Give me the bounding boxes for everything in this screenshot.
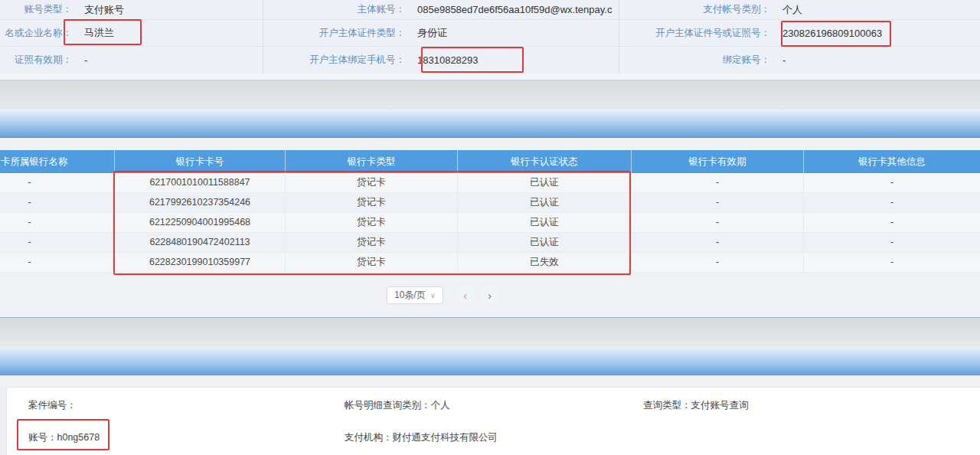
form-label-cert-validity: 证照有效期： xyxy=(0,47,77,74)
form-value-bound-phone: 18310828293 xyxy=(410,47,619,74)
table-cell: - xyxy=(632,253,804,272)
case-number-field: 案件编号： xyxy=(28,399,77,412)
table-cell: - xyxy=(632,173,804,192)
table-cell: 贷记卡 xyxy=(286,253,458,272)
divider-band-gray-top xyxy=(0,80,980,110)
table-cell: - xyxy=(0,193,115,212)
table-cell: - xyxy=(804,173,980,192)
table-row: - 6217992610237354246 贷记卡 已认证 - - xyxy=(0,193,980,213)
table-row: - 6228230199010359977 贷记卡 已失效 - - xyxy=(0,253,980,273)
table-cell: - xyxy=(804,193,980,212)
table-cell: 贷记卡 xyxy=(286,193,458,212)
case-number-label: 案件编号： xyxy=(28,400,77,411)
table-row: - 6228480190472402113 贷记卡 已认证 - - xyxy=(0,233,980,253)
prev-page-button[interactable]: ‹ xyxy=(456,286,474,304)
table-cell: - xyxy=(0,173,115,192)
table-cell: 已认证 xyxy=(458,233,632,252)
table-header-card-number: 银行卡卡号 xyxy=(115,150,286,173)
detail-query-type-field: 帐号明细查询类别：个人 xyxy=(345,399,450,412)
chevron-left-icon: ‹ xyxy=(463,290,467,302)
form-label-cert-type: 开户主体证件类型： xyxy=(263,20,410,47)
next-page-button[interactable]: › xyxy=(481,286,498,304)
detail-query-type-value: 个人 xyxy=(431,400,450,411)
table-header-bank-name: 行卡所属银行名称 xyxy=(0,150,115,173)
table-cell: 贷记卡 xyxy=(286,213,458,232)
page-size-select[interactable]: 10条/页 ∨ xyxy=(387,286,443,304)
table-header-validity: 银行卡有效期 xyxy=(632,150,804,173)
table-cell: - xyxy=(804,213,980,232)
table-cell: - xyxy=(804,233,980,252)
page-size-label: 10条/页 xyxy=(394,289,426,302)
form-value-bound-account: - xyxy=(775,47,980,74)
table-cell: - xyxy=(804,253,980,272)
query-type-field: 查询类型：支付账号查询 xyxy=(643,399,749,412)
table-cell: 6228480190472402113 xyxy=(115,233,286,252)
table-cell: 6217001010011588847 xyxy=(115,173,286,192)
table-cell: - xyxy=(0,233,115,252)
table-cell: 6212250904001995468 xyxy=(115,213,286,232)
form-label-pay-account-class: 支付帐号类别： xyxy=(619,0,775,20)
table-header-card-type: 银行卡类型 xyxy=(286,150,458,173)
table-cell: - xyxy=(0,253,115,272)
account-label: 账号： xyxy=(28,432,57,443)
bank-card-table: 行卡所属银行名称 银行卡卡号 银行卡类型 银行卡认证状态 银行卡有效期 银行卡其… xyxy=(0,150,980,273)
form-value-cert-type: 身份证 xyxy=(410,20,619,47)
form-value-main-account: 085e9858ed7de6f56aa10f59d@wx.tenpay.c xyxy=(410,0,619,20)
query-type-value: 支付账号查询 xyxy=(691,400,749,411)
account-info-form: 账号类型： 支付账号 主体账号： 085e9858ed7de6f56aa10f5… xyxy=(0,0,980,74)
form-label-cert-no: 开户主体证件号或证照号： xyxy=(619,20,775,47)
table-cell: 已认证 xyxy=(458,173,632,192)
table-cell: 贷记卡 xyxy=(286,173,458,192)
form-value-cert-no: 230826196809100063 xyxy=(775,20,980,47)
form-label-bound-account: 绑定账号： xyxy=(619,47,775,74)
payment-org-label: 支付机构： xyxy=(345,432,393,443)
table-row: - 6217001010011588847 贷记卡 已认证 - - xyxy=(0,173,980,193)
detail-query-type-label: 帐号明细查询类别： xyxy=(345,400,431,411)
table-cell: - xyxy=(0,213,115,232)
chevron-right-icon: › xyxy=(488,290,492,302)
table-cell: 已认证 xyxy=(458,213,632,232)
divider-band-gray-bottom xyxy=(0,317,980,347)
table-cell: 已认证 xyxy=(458,193,632,212)
table-cell: 已失效 xyxy=(458,253,632,272)
payment-org-field: 支付机构：财付通支付科技有限公司 xyxy=(345,431,498,444)
form-value-cert-validity: - xyxy=(77,47,263,74)
table-cell: 6228230199010359977 xyxy=(115,253,286,272)
chevron-down-icon: ∨ xyxy=(430,292,436,300)
form-value-pay-account-class: 个人 xyxy=(775,0,980,20)
table-header-other-info: 银行卡其他信息 xyxy=(804,150,980,173)
form-value-account-type: 支付账号 xyxy=(77,0,263,20)
form-bottom-strip xyxy=(0,74,980,80)
divider-band-blue-top xyxy=(0,110,980,138)
payment-org-value: 财付通支付科技有限公司 xyxy=(393,432,498,443)
account-value: h0ng5678 xyxy=(57,432,100,443)
table-cell: - xyxy=(632,213,804,232)
form-label-account-type: 账号类型： xyxy=(0,0,77,20)
table-header-auth-status: 银行卡认证状态 xyxy=(458,150,632,173)
form-label-main-account: 主体账号： xyxy=(263,0,410,20)
table-row: - 6212250904001995468 贷记卡 已认证 - - xyxy=(0,213,980,233)
table-cell: - xyxy=(632,193,804,212)
divider-band-blue-bottom xyxy=(0,347,980,375)
query-type-label: 查询类型： xyxy=(643,400,691,411)
form-value-name: 马洪兰 xyxy=(77,20,263,47)
footer-panel xyxy=(6,387,980,455)
form-label-name: 名或企业名称： xyxy=(0,20,77,47)
table-cell: 贷记卡 xyxy=(286,233,458,252)
table-cell: 6217992610237354246 xyxy=(115,193,286,212)
account-field: 账号：h0ng5678 xyxy=(28,431,100,444)
table-cell: - xyxy=(632,233,804,252)
table-header-row: 行卡所属银行名称 银行卡卡号 银行卡类型 银行卡认证状态 银行卡有效期 银行卡其… xyxy=(0,150,980,173)
form-label-bound-phone: 开户主体绑定手机号： xyxy=(263,47,410,74)
